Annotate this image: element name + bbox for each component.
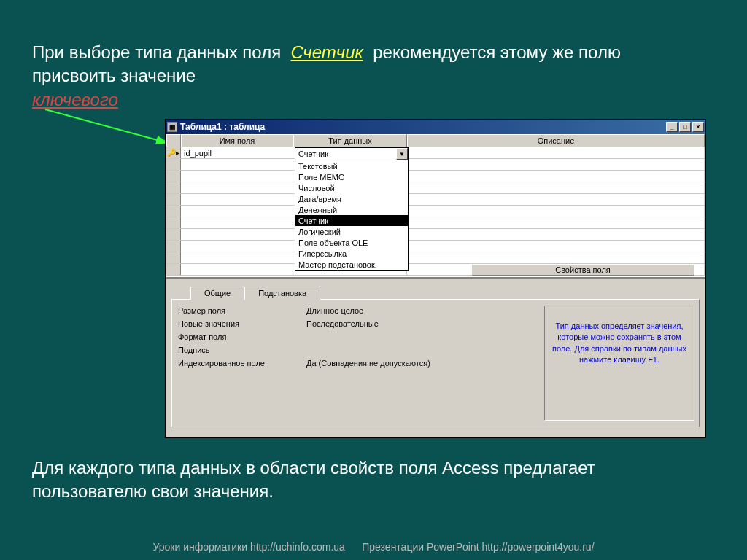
field-name-cell[interactable] <box>181 171 293 182</box>
field-name-cell[interactable] <box>181 264 293 275</box>
slide-footer: Уроки информатики http://uchinfo.com.ua … <box>0 541 747 553</box>
table-row[interactable] <box>166 194 705 206</box>
dropdown-option[interactable]: Текстовый <box>295 160 408 171</box>
property-label: Формат поля <box>178 332 306 341</box>
field-grid: Имя поля Тип данных Описание 🔑▸id_pupilС… <box>166 134 705 279</box>
dropdown-option[interactable]: Денежный <box>295 204 408 215</box>
table-row[interactable] <box>166 159 705 171</box>
property-label: Размер поля <box>178 306 306 315</box>
row-selector[interactable] <box>166 182 181 193</box>
maximize-button[interactable]: □ <box>679 122 691 132</box>
primary-key-icon: 🔑▸ <box>167 149 179 157</box>
field-desc-cell[interactable] <box>407 206 705 217</box>
minimize-button[interactable]: _ <box>666 122 678 132</box>
table-row[interactable] <box>166 217 705 229</box>
row-selector[interactable] <box>166 206 181 217</box>
slide-top-text: При выборе типа данных поля Счетчик реко… <box>32 41 703 112</box>
property-row[interactable]: Новые значенияПоследовательные <box>178 317 538 330</box>
window-titlebar[interactable]: ▦ Таблица1 : таблица _ □ × <box>166 120 705 134</box>
field-desc-cell[interactable] <box>407 159 705 170</box>
field-desc-cell[interactable] <box>407 252 705 263</box>
table-icon: ▦ <box>167 122 177 132</box>
property-row[interactable]: Индексированное полеДа (Совпадения не до… <box>178 357 538 370</box>
properties-tabs: Общие Подстановка <box>190 286 700 299</box>
row-selector[interactable] <box>166 194 181 205</box>
dropdown-option[interactable]: Поле МЕМО <box>295 171 408 182</box>
table-row[interactable] <box>166 252 705 264</box>
row-selector[interactable] <box>166 229 181 240</box>
property-label: Индексированное поле <box>178 359 306 368</box>
help-text-pane: Тип данных определяет значения, которые … <box>544 306 694 421</box>
property-row[interactable]: Размер поляДлинное целое <box>178 304 538 317</box>
dropdown-option[interactable]: Дата/время <box>295 193 408 204</box>
grid-header-selector[interactable] <box>166 134 181 147</box>
slide-bottom-text: Для каждого типа данных в области свойст… <box>32 456 703 504</box>
row-selector[interactable] <box>166 264 181 275</box>
row-selector[interactable] <box>166 159 181 170</box>
property-row[interactable]: Формат поля <box>178 330 538 343</box>
tab-general[interactable]: Общие <box>190 287 244 300</box>
field-desc-cell[interactable] <box>407 217 705 228</box>
field-name-cell[interactable]: id_pupil <box>181 147 293 158</box>
field-name-cell[interactable] <box>181 206 293 217</box>
field-name-cell[interactable] <box>181 159 293 170</box>
table-row[interactable] <box>166 171 705 182</box>
properties-section-label: Свойства поля <box>471 264 694 276</box>
datatype-dropdown[interactable]: Счетчик ▼ ТекстовыйПоле МЕМОЧисловойДата… <box>295 147 409 271</box>
field-desc-cell[interactable] <box>407 241 705 252</box>
top-text-a: При выборе типа данных поля <box>32 42 281 62</box>
field-name-cell[interactable] <box>181 217 293 228</box>
field-desc-cell[interactable] <box>407 171 705 182</box>
grid-header-desc[interactable]: Описание <box>407 134 705 147</box>
dropdown-option[interactable]: Мастер подстановок. <box>295 259 408 270</box>
table-row[interactable] <box>166 206 705 217</box>
table-row[interactable] <box>166 229 705 241</box>
dropdown-option[interactable]: Логический <box>295 226 408 237</box>
row-selector[interactable] <box>166 171 181 182</box>
grid-header-name[interactable]: Имя поля <box>181 134 293 147</box>
emphasis-key: ключевого <box>32 90 118 109</box>
row-selector[interactable] <box>166 241 181 252</box>
row-selector[interactable] <box>166 252 181 263</box>
property-row[interactable]: Подпись <box>178 343 538 357</box>
field-name-cell[interactable] <box>181 229 293 240</box>
svg-line-0 <box>45 109 168 143</box>
access-table-design-window: ▦ Таблица1 : таблица _ □ × Имя поля Тип … <box>165 119 706 438</box>
property-value[interactable]: Длинное целое <box>306 306 538 315</box>
dropdown-option[interactable]: Числовой <box>295 182 408 193</box>
property-value[interactable]: Да (Совпадения не допускаются) <box>306 359 538 368</box>
dropdown-option[interactable]: Гиперссылка <box>295 248 408 259</box>
field-name-cell[interactable] <box>181 194 293 205</box>
property-value[interactable]: Последовательные <box>306 319 538 328</box>
row-selector[interactable] <box>166 217 181 228</box>
emphasis-counter: Счетчик <box>290 42 363 62</box>
dropdown-toggle-button[interactable]: ▼ <box>396 148 408 160</box>
field-name-cell[interactable] <box>181 241 293 252</box>
close-button[interactable]: × <box>692 122 704 132</box>
field-name-cell[interactable] <box>181 252 293 263</box>
grid-header-row: Имя поля Тип данных Описание <box>166 134 705 147</box>
tab-lookup[interactable]: Подстановка <box>244 287 320 300</box>
footer-left: Уроки информатики http://uchinfo.com.ua <box>152 541 344 553</box>
property-label: Новые значения <box>178 319 306 328</box>
field-name-cell[interactable] <box>181 182 293 193</box>
grid-header-type[interactable]: Тип данных <box>293 134 407 147</box>
property-label: Подпись <box>178 346 306 354</box>
datatype-dropdown-display[interactable]: Счетчик ▼ <box>295 148 408 160</box>
properties-list: Размер поляДлинное целоеНовые значенияПо… <box>172 300 544 427</box>
datatype-selected-value: Счетчик <box>298 149 328 158</box>
table-row[interactable] <box>166 182 705 194</box>
field-desc-cell[interactable] <box>407 147 705 158</box>
table-row[interactable] <box>166 241 705 252</box>
window-title: Таблица1 : таблица <box>180 122 666 132</box>
field-desc-cell[interactable] <box>407 229 705 240</box>
footer-right: Презентации PowerPoint http://powerpoint… <box>362 541 594 553</box>
field-desc-cell[interactable] <box>407 182 705 193</box>
datatype-dropdown-list[interactable]: ТекстовыйПоле МЕМОЧисловойДата/времяДене… <box>295 160 408 270</box>
row-selector[interactable]: 🔑▸ <box>166 147 181 158</box>
field-desc-cell[interactable] <box>407 194 705 205</box>
dropdown-option[interactable]: Счетчик <box>295 215 408 226</box>
dropdown-option[interactable]: Поле объекта OLE <box>295 237 408 248</box>
table-row[interactable]: 🔑▸id_pupilСчетчик▼ <box>166 147 705 159</box>
field-properties-pane: Общие Подстановка Размер поляДлинное цел… <box>166 277 705 436</box>
